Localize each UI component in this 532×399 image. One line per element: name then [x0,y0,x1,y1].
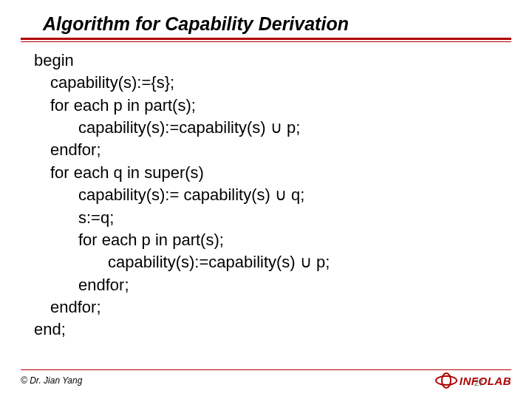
code-line: capability(s):=capability(s) ∪ p; [34,251,511,273]
footer: © Dr. Jian Yang INFOLAB 27 [21,369,511,389]
title-rule-thin [21,41,511,42]
footer-row: © Dr. Jian Yang INFOLAB [21,372,511,389]
logo-mark-icon [435,372,457,389]
code-line: endfor; [34,296,511,318]
slide-title: Algorithm for Capability Derivation [21,13,511,38]
code-line: for each p in part(s); [34,95,511,117]
code-line: capability(s):={s}; [34,72,511,94]
logo-text: INFOLAB [460,375,511,387]
copyright-text: © Dr. Jian Yang [21,375,82,386]
code-line: s:=q; [34,207,511,229]
code-line: end; [34,318,511,341]
title-rule-thick [21,38,511,40]
code-line: capability(s):=capability(s) ∪ p; [34,117,511,139]
code-line: endfor; [34,139,511,161]
footer-rule [21,369,511,370]
code-line: endfor; [34,274,511,296]
slide: Algorithm for Capability Derivation begi… [0,0,532,399]
code-line: capability(s):= capability(s) ∪ q; [34,184,511,206]
code-line: for each p in part(s); [34,229,511,251]
page-number: 27 [474,378,483,387]
code-line: for each q in super(s) [34,162,511,184]
algorithm-body: begincapability(s):={s};for each p in pa… [21,50,511,341]
code-line: begin [34,50,511,72]
logo: INFOLAB [435,372,511,389]
